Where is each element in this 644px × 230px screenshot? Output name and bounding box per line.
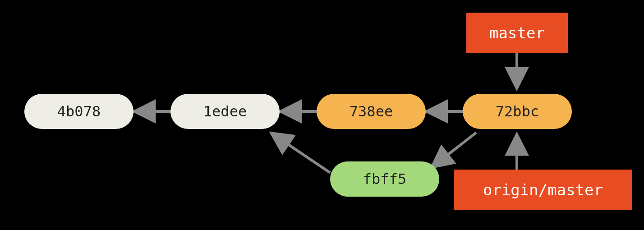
commit-node-738ee: 738ee bbox=[317, 94, 426, 129]
commit-node-fbff5: fbff5 bbox=[330, 161, 439, 197]
commit-hash: 1edee bbox=[203, 103, 247, 120]
ref-origin-master: origin/master bbox=[454, 170, 632, 210]
commit-node-4b078: 4b078 bbox=[24, 94, 133, 129]
commit-node-72bbc: 72bbc bbox=[463, 94, 572, 129]
ref-master: master bbox=[466, 13, 568, 53]
ref-label: master bbox=[489, 24, 545, 42]
git-graph-canvas: 4b078 1edee 738ee 72bbc fbff5 master ori… bbox=[0, 0, 644, 230]
edge-fbff5-to-1edee bbox=[271, 133, 330, 173]
commit-hash: 72bbc bbox=[496, 103, 539, 120]
edge-72bbc-to-fbff5 bbox=[431, 133, 476, 168]
commit-node-1edee: 1edee bbox=[170, 94, 280, 129]
commit-hash: 4b078 bbox=[57, 103, 101, 120]
commit-hash: 738ee bbox=[350, 103, 393, 120]
ref-label: origin/master bbox=[483, 181, 603, 199]
commit-hash: fbff5 bbox=[363, 170, 406, 188]
